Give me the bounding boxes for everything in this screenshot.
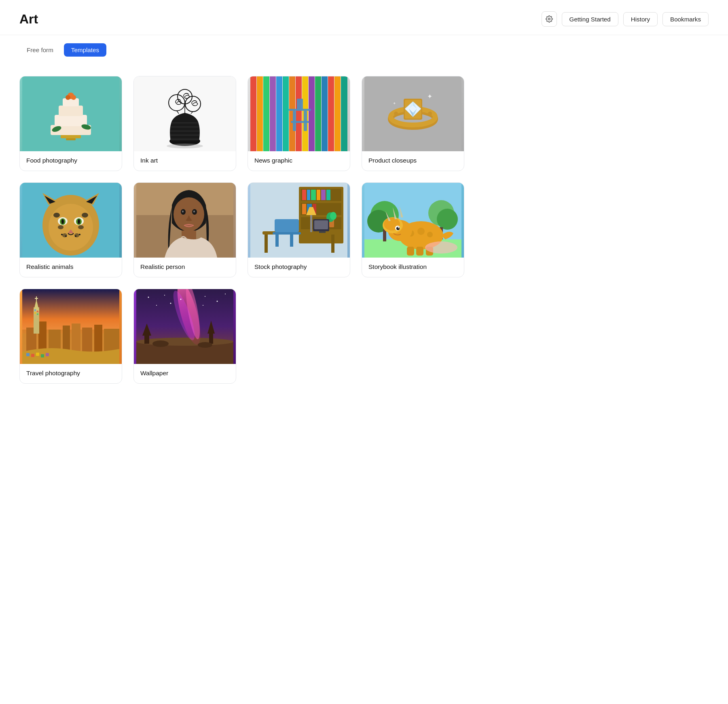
svg-rect-103	[311, 190, 316, 200]
svg-point-145	[398, 227, 399, 228]
svg-rect-114	[265, 235, 268, 253]
svg-point-194	[198, 342, 212, 348]
svg-rect-46	[291, 121, 309, 123]
card-label-wallpaper: Wallpaper	[134, 364, 236, 383]
svg-rect-102	[307, 190, 310, 200]
card-image-product-closeups: ✦ ✦	[362, 76, 464, 151]
page-title: Art	[19, 12, 38, 27]
history-button[interactable]: History	[623, 12, 658, 26]
svg-rect-167	[34, 312, 36, 314]
card-realistic-animals[interactable]: Realistic animals	[19, 182, 122, 277]
svg-rect-33	[283, 76, 289, 151]
card-image-news-graphic	[248, 76, 350, 151]
svg-point-82	[61, 234, 63, 235]
card-image-travel-photography	[20, 289, 122, 364]
svg-point-188	[203, 305, 203, 306]
svg-rect-117	[273, 232, 301, 235]
svg-rect-105	[321, 190, 326, 200]
card-storybook-illustration[interactable]: Storybook illustration	[362, 182, 464, 277]
svg-text:✦: ✦	[393, 101, 396, 106]
svg-point-182	[180, 299, 182, 300]
card-label-ink-art: Ink art	[134, 151, 236, 171]
svg-point-72	[78, 225, 84, 229]
card-label-food-photography: Food photography	[20, 151, 122, 171]
card-label-travel-photography: Travel photography	[20, 364, 122, 383]
card-image-stock-photography	[248, 183, 350, 258]
card-image-realistic-animals	[20, 183, 122, 258]
card-wallpaper[interactable]: Wallpaper	[133, 289, 236, 384]
svg-rect-147	[416, 247, 423, 256]
svg-point-112	[330, 212, 336, 220]
card-news-graphic[interactable]: News graphic	[248, 76, 350, 171]
svg-rect-7	[66, 138, 76, 140]
svg-point-185	[225, 294, 226, 294]
svg-point-68	[49, 204, 93, 251]
svg-point-85	[75, 235, 76, 237]
svg-rect-47	[297, 99, 303, 110]
svg-point-193	[152, 340, 169, 347]
svg-point-183	[205, 296, 205, 297]
tab-templates[interactable]: Templates	[64, 43, 106, 57]
svg-point-70	[82, 213, 88, 218]
svg-rect-42	[341, 76, 347, 151]
svg-rect-38	[315, 76, 321, 151]
svg-point-26	[167, 144, 203, 148]
svg-point-84	[79, 234, 80, 235]
svg-rect-124	[319, 231, 326, 233]
tabs-bar: Free form Templates	[0, 35, 728, 63]
card-stock-photography[interactable]: Stock photography	[248, 182, 350, 277]
svg-rect-3	[55, 115, 87, 126]
card-image-ink-art	[134, 76, 236, 151]
svg-point-176	[136, 338, 233, 346]
tab-free-form[interactable]: Free form	[19, 43, 61, 57]
card-label-news-graphic: News graphic	[248, 151, 350, 171]
app-header: Art Getting Started History Bookmarks	[0, 0, 728, 35]
gear-icon	[546, 15, 553, 23]
card-image-storybook-illustration	[362, 183, 464, 258]
svg-rect-107	[302, 204, 306, 214]
settings-icon-button[interactable]	[542, 11, 557, 27]
svg-rect-101	[302, 190, 306, 200]
svg-rect-6	[61, 135, 81, 138]
svg-point-135	[417, 228, 425, 235]
card-label-product-closeups: Product closeups	[362, 151, 464, 171]
svg-rect-166	[37, 311, 38, 312]
svg-rect-172	[41, 354, 44, 357]
svg-rect-37	[309, 76, 315, 151]
card-realistic-person[interactable]: Realistic person	[133, 182, 236, 277]
card-label-stock-photography: Stock photography	[248, 258, 350, 277]
svg-point-0	[548, 18, 550, 20]
svg-rect-115	[331, 235, 334, 253]
header-actions: Getting Started History Bookmarks	[542, 11, 709, 27]
svg-rect-168	[37, 313, 38, 315]
svg-rect-30	[263, 76, 269, 151]
svg-point-92	[182, 211, 184, 213]
bookmarks-button[interactable]: Bookmarks	[662, 12, 709, 26]
svg-rect-4	[59, 106, 83, 116]
svg-point-10	[71, 95, 76, 100]
svg-rect-164	[35, 298, 38, 299]
svg-rect-118	[275, 235, 279, 247]
svg-point-61	[428, 112, 432, 116]
card-image-wallpaper	[134, 289, 236, 364]
svg-point-9	[66, 95, 70, 100]
card-label-storybook-illustration: Storybook illustration	[362, 258, 464, 277]
svg-point-187	[170, 303, 171, 304]
svg-rect-29	[257, 76, 263, 151]
svg-point-71	[58, 225, 63, 229]
svg-rect-41	[334, 76, 341, 151]
getting-started-button[interactable]: Getting Started	[562, 12, 618, 26]
gallery-grid: Food photography Ink art	[19, 76, 464, 384]
svg-rect-123	[314, 220, 328, 229]
card-food-photography[interactable]: Food photography	[19, 76, 122, 171]
card-ink-art[interactable]: Ink art	[133, 76, 236, 171]
card-travel-photography[interactable]: Travel photography	[19, 289, 122, 384]
svg-rect-5	[63, 98, 79, 106]
card-image-realistic-person	[134, 183, 236, 258]
svg-point-131	[437, 209, 458, 230]
svg-point-184	[217, 301, 218, 302]
svg-point-83	[65, 235, 67, 237]
card-image-food-photography	[20, 76, 122, 151]
svg-point-80	[78, 219, 80, 224]
card-product-closeups[interactable]: ✦ ✦ Product closeups	[362, 76, 464, 171]
